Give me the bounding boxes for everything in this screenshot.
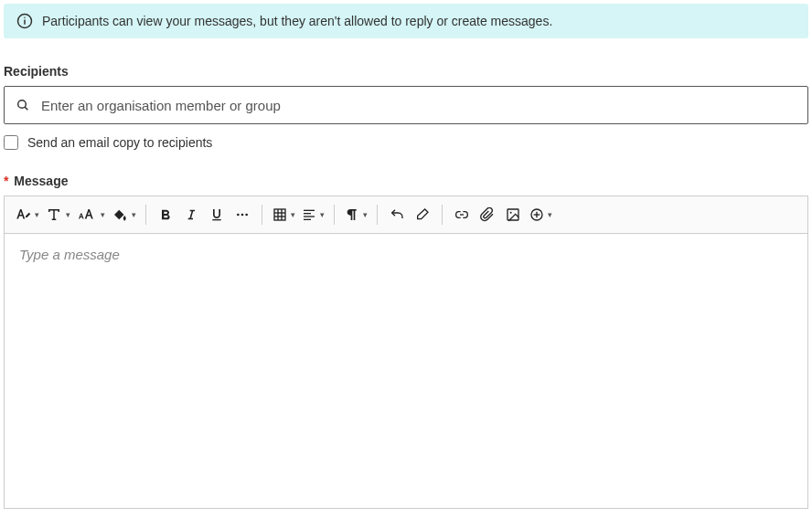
- svg-point-20: [510, 212, 512, 214]
- info-banner-text: Participants can view your messages, but…: [42, 14, 552, 28]
- clear-formatting-button[interactable]: [411, 202, 434, 227]
- toolbar-separator: [145, 205, 146, 225]
- message-label-row: * Message: [4, 174, 808, 188]
- recipients-input[interactable]: [39, 97, 796, 114]
- toolbar-separator: [442, 205, 443, 225]
- chevron-down-icon: ▾: [291, 211, 295, 219]
- bold-button[interactable]: [154, 202, 177, 227]
- email-copy-row: Send an email copy to recipients: [4, 135, 808, 150]
- svg-point-6: [237, 214, 240, 217]
- chevron-down-icon: ▾: [548, 211, 552, 219]
- toolbar-separator: [334, 205, 335, 225]
- chevron-down-icon: ▾: [101, 211, 105, 219]
- text-color-button[interactable]: ▾: [109, 202, 138, 227]
- recipients-label: Recipients: [4, 64, 808, 79]
- svg-point-7: [241, 214, 244, 217]
- message-textarea[interactable]: Type a message: [5, 234, 807, 508]
- undo-button[interactable]: [385, 202, 409, 227]
- italic-button[interactable]: [179, 202, 203, 227]
- chevron-down-icon: ▾: [35, 211, 39, 219]
- insert-button[interactable]: ▾: [527, 202, 554, 227]
- svg-rect-9: [274, 209, 285, 220]
- info-banner: Participants can view your messages, but…: [4, 4, 808, 38]
- required-mark: *: [4, 174, 8, 188]
- message-label: Message: [14, 174, 68, 188]
- table-button[interactable]: ▾: [270, 202, 297, 227]
- link-button[interactable]: [450, 202, 474, 227]
- more-formatting-button[interactable]: [230, 202, 254, 227]
- recipients-search-wrap[interactable]: [4, 86, 808, 124]
- svg-rect-5: [212, 219, 220, 220]
- chevron-down-icon: ▾: [320, 211, 325, 219]
- svg-point-3: [18, 100, 27, 109]
- chevron-down-icon: ▾: [66, 211, 70, 219]
- toolbar-separator: [377, 205, 378, 225]
- svg-point-2: [24, 17, 26, 19]
- svg-point-8: [245, 214, 248, 217]
- paragraph-button[interactable]: ▾: [342, 202, 369, 227]
- email-copy-checkbox[interactable]: [4, 135, 18, 150]
- chevron-down-icon: ▾: [363, 211, 368, 219]
- editor-toolbar: ▾ ▾ ▾ ▾: [5, 196, 807, 234]
- image-button[interactable]: [501, 202, 525, 227]
- underline-button[interactable]: [205, 202, 229, 227]
- chevron-down-icon: ▾: [132, 211, 136, 219]
- rich-text-editor: ▾ ▾ ▾ ▾: [4, 196, 808, 509]
- toolbar-separator: [262, 205, 262, 225]
- align-button[interactable]: ▾: [299, 202, 326, 227]
- font-family-button[interactable]: ▾: [43, 202, 72, 227]
- email-copy-label[interactable]: Send an email copy to recipients: [27, 135, 212, 150]
- search-icon: [16, 98, 30, 112]
- svg-line-4: [25, 107, 27, 110]
- info-icon: [16, 13, 33, 29]
- attachment-button[interactable]: [475, 202, 499, 227]
- font-size-button[interactable]: ▾: [74, 202, 107, 227]
- styles-button[interactable]: ▾: [12, 202, 41, 227]
